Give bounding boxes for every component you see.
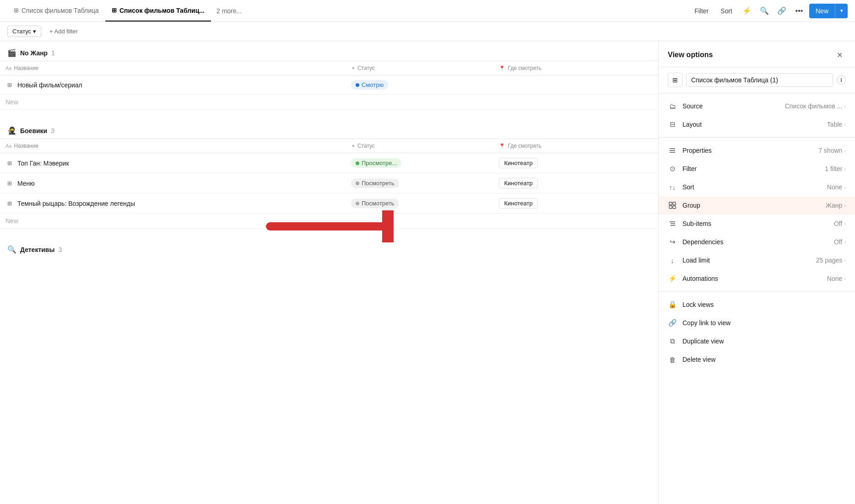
group-boeviki: 🥷 Боевики 3 Aa Название <box>0 119 658 229</box>
lock-views-label: Lock views <box>682 301 714 308</box>
status-badge-1-2: Посмотреть <box>351 198 399 208</box>
group-count-detektivi: 3 <box>58 246 62 253</box>
chevron-down-icon: ▾ <box>33 28 36 35</box>
automations-chevron: › <box>844 276 846 281</box>
duplicate-view-label: Duplicate view <box>682 338 724 345</box>
row-icon-1-1: ⊞ <box>5 179 14 188</box>
group-row[interactable]: Group Жанр › <box>659 196 855 214</box>
new-dropdown-button[interactable]: ▾ <box>835 4 848 18</box>
badge-dot-1-1 <box>356 182 359 185</box>
delete-view-label: Delete view <box>682 356 715 363</box>
view-name-icon: ⊞ <box>668 73 682 87</box>
col-header-name-0: Aa Название <box>0 61 346 75</box>
filter-value: 1 filter › <box>825 165 846 172</box>
table-row[interactable]: ⊞ Темный рыцарь: Возрождение легенды Пос… <box>0 193 658 214</box>
new-row-1[interactable]: New <box>0 214 658 229</box>
tab-list-table-2[interactable]: ⊞ Список фильмов Таблиц... <box>105 0 211 21</box>
panel-title: View options <box>668 51 713 59</box>
where-tag-1-1: Кинотеатр <box>499 178 537 188</box>
sort-button[interactable]: Sort <box>716 5 737 17</box>
view-name-input[interactable] <box>686 73 833 87</box>
main-area: 🎬 No Жанр 1 Aa Название <box>0 41 855 504</box>
status-filter-pill[interactable]: Статус ▾ <box>7 26 41 37</box>
dependencies-chevron: › <box>844 239 846 245</box>
group-header-no-zhanr: 🎬 No Жанр 1 <box>0 41 658 61</box>
delete-view-row[interactable]: 🗑 Delete view <box>659 350 855 369</box>
sort-label: Sort <box>682 183 822 191</box>
table-header-no-zhanr: Aa Название ✦ Статус 📍 <box>0 61 658 75</box>
lock-views-row[interactable]: 🔒 Lock views <box>659 295 855 314</box>
badge-dot-0-0 <box>356 83 359 87</box>
source-label: Source <box>682 102 779 110</box>
sub-items-row[interactable]: Sub-items Off › <box>659 214 855 233</box>
col-header-name-1: Aa Название <box>0 139 346 153</box>
col-header-where-1: 📍 Где смотреть <box>493 139 658 153</box>
group-icon-boeviki: 🥷 <box>7 126 16 135</box>
group-icon-no-zhanr: 🎬 <box>7 48 16 57</box>
svg-rect-7 <box>669 206 672 209</box>
table-area: 🎬 No Жанр 1 Aa Название <box>0 41 658 504</box>
duplicate-view-row[interactable]: ⧉ Duplicate view <box>659 332 855 350</box>
search-button[interactable]: 🔍 <box>757 4 772 18</box>
source-row[interactable]: 🗂 Source Список фильмов ... › <box>659 97 855 115</box>
layout-chevron: › <box>844 122 846 127</box>
filter-row[interactable]: ⊙ Filter 1 filter › <box>659 160 855 178</box>
sort-row[interactable]: ↑↓ Sort None › <box>659 178 855 196</box>
table-header-boeviki: Aa Название ✦ Статус 📍 <box>0 139 658 153</box>
properties-icon <box>668 146 677 155</box>
layout-row[interactable]: ⊟ Layout Table › <box>659 115 855 134</box>
panel-close-button[interactable]: ✕ <box>833 48 846 61</box>
lightning-button[interactable]: ⚡ <box>740 4 754 18</box>
table-row[interactable]: ⊞ Меню Посмотреть Кинотеатр <box>0 173 658 193</box>
sort-value: None › <box>827 183 846 191</box>
info-icon[interactable]: ℹ <box>837 75 846 85</box>
filter-button[interactable]: Filter <box>690 5 713 17</box>
new-main-button[interactable]: New <box>809 4 835 18</box>
properties-row[interactable]: Properties 7 shown › <box>659 141 855 160</box>
load-limit-row[interactable]: ↓ Load limit 25 pages › <box>659 251 855 269</box>
new-button-group: New ▾ <box>809 4 848 18</box>
automations-label: Automations <box>682 275 822 282</box>
table-row[interactable]: ⊞ Новый фильм/сериал Смотрю <box>0 75 658 95</box>
table-no-zhanr: Aa Название ✦ Статус 📍 <box>0 61 658 110</box>
new-row-label-0: New <box>0 95 658 110</box>
more-button[interactable]: ••• <box>792 4 806 18</box>
group-count-boeviki: 3 <box>51 127 54 134</box>
group-label: Group <box>682 202 820 209</box>
copy-link-row[interactable]: 🔗 Copy link to view <box>659 314 855 332</box>
automations-icon: ⚡ <box>668 274 677 283</box>
bottom-actions: 🔒 Lock views 🔗 Copy link to view ⧉ Dupli… <box>659 292 855 372</box>
tab-more[interactable]: 2 more... <box>211 0 247 21</box>
table-row[interactable]: ⊞ Топ Ган: Мэверик Просмотре... Кинотеат <box>0 153 658 173</box>
lock-icon: 🔒 <box>668 300 677 309</box>
table-icon-1: ⊞ <box>14 7 19 14</box>
load-limit-icon: ↓ <box>668 256 677 265</box>
svg-rect-8 <box>673 206 676 209</box>
badge-dot-1-2 <box>356 202 359 205</box>
where-tag-1-0: Кинотеатр <box>499 158 537 168</box>
cell-status-1-1: Посмотреть <box>346 173 494 193</box>
new-row-0[interactable]: New <box>0 95 658 110</box>
new-row-label-1: New <box>0 214 658 229</box>
dependencies-row[interactable]: ↪ Dependencies Off › <box>659 233 855 251</box>
copy-link-label: Copy link to view <box>682 319 731 327</box>
link-button[interactable]: 🔗 <box>774 4 789 18</box>
automations-row[interactable]: ⚡ Automations None › <box>659 269 855 288</box>
group-detektivi: 🔍 Детективы 3 <box>0 238 658 257</box>
aa-icon-1: Aa <box>5 143 11 149</box>
row-icon-0-0: ⊞ <box>5 81 14 89</box>
sort-icon: ↑↓ <box>668 182 677 192</box>
tab-bar: ⊞ Список фильмов Таблица ⊞ Список фильмо… <box>0 0 855 22</box>
sub-items-chevron: › <box>844 221 846 226</box>
source-chevron: › <box>844 103 846 109</box>
add-filter-button[interactable]: + Add filter <box>45 26 82 37</box>
cell-where-1-1: Кинотеатр <box>493 173 658 193</box>
duplicate-icon: ⧉ <box>668 337 677 346</box>
table-boeviki: Aa Название ✦ Статус 📍 <box>0 139 658 229</box>
group-value: Жанр › <box>826 202 846 209</box>
source-layout-section: 🗂 Source Список фильмов ... › ⊟ Layout T… <box>659 93 855 138</box>
status-icon-1: ✦ <box>351 143 355 149</box>
tab-list-table-1[interactable]: ⊞ Список фильмов Таблица <box>7 0 105 21</box>
cell-name-1-0: ⊞ Топ Ган: Мэверик <box>0 153 346 173</box>
where-icon-0: 📍 <box>499 65 505 71</box>
